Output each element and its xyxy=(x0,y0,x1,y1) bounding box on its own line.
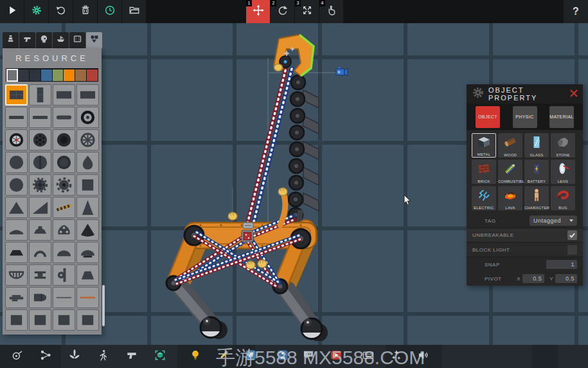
sound-button[interactable] xyxy=(416,349,431,363)
material-combustible[interactable]: COMBUSTIBLE xyxy=(498,160,522,184)
resource-item-square[interactable] xyxy=(76,174,99,196)
pivot-x-input[interactable]: 0.5 xyxy=(522,274,544,283)
resource-item-half-dome[interactable] xyxy=(53,242,75,263)
material-character[interactable]: CHARACTER xyxy=(524,186,549,210)
block-light-checkbox[interactable] xyxy=(567,245,577,255)
resource-item-arch[interactable] xyxy=(29,242,51,263)
resource-item-step-plate[interactable] xyxy=(5,287,28,308)
resource-item-plank[interactable] xyxy=(29,107,51,128)
color-swatch-4[interactable] xyxy=(53,69,64,81)
color-swatch-1[interactable] xyxy=(18,69,29,81)
pivot-y-input[interactable]: 0.5 xyxy=(555,274,577,283)
resource-item-tire[interactable] xyxy=(76,107,99,128)
resource-item-grill-dome[interactable] xyxy=(5,264,28,286)
resource-item-trapezoid[interactable] xyxy=(5,242,28,263)
color-swatch-2[interactable] xyxy=(30,69,40,81)
resource-item-tall-triangle[interactable] xyxy=(76,197,99,218)
color-swatch-3[interactable] xyxy=(41,69,52,81)
resource-item-box[interactable] xyxy=(53,309,75,331)
light-button[interactable] xyxy=(188,349,202,363)
resource-item-wagon-wheel[interactable] xyxy=(76,129,99,151)
material-bug[interactable]: BUG xyxy=(551,186,575,210)
resource-item-dark-circle[interactable] xyxy=(53,152,75,173)
resource-item-alloy-wheel[interactable] xyxy=(5,129,28,151)
character-test-button[interactable] xyxy=(96,349,110,363)
resource-item-key-plate[interactable] xyxy=(53,264,75,286)
material-brick[interactable]: BRICK xyxy=(472,160,496,184)
resource-item-bolt-plate[interactable] xyxy=(53,219,75,241)
resource-item-right-triangle[interactable] xyxy=(29,197,51,218)
resource-item-gear-wheel[interactable] xyxy=(29,174,51,196)
resource-item-pill-plank[interactable] xyxy=(53,107,75,128)
weapon-button[interactable] xyxy=(125,349,139,363)
close-icon[interactable] xyxy=(570,88,578,100)
rotate-tool[interactable]: 2 xyxy=(271,0,294,23)
resource-item-ridge-dome[interactable] xyxy=(29,219,51,241)
effects-button[interactable] xyxy=(389,349,404,363)
resource-item-saw-blade[interactable] xyxy=(53,174,75,196)
color-swatch-0[interactable] xyxy=(7,69,18,81)
history-button[interactable] xyxy=(98,0,121,23)
resource-item-triangle[interactable] xyxy=(5,197,28,218)
move-tool[interactable]: 1 xyxy=(246,0,270,23)
workshop-button[interactable] xyxy=(276,349,290,363)
scale-tool[interactable]: 3 xyxy=(295,0,319,23)
resource-item-holed-wheel[interactable] xyxy=(29,129,51,151)
category-tab-parts[interactable] xyxy=(86,32,102,48)
material-metal[interactable]: METAL xyxy=(472,133,496,158)
snap-input[interactable]: 1 xyxy=(546,260,577,269)
resource-item-orange-rod[interactable] xyxy=(76,287,99,308)
resource-item-circle[interactable] xyxy=(5,174,28,196)
property-tab-material[interactable]: MATERIAL xyxy=(549,106,574,128)
construction-machine[interactable] xyxy=(154,32,360,344)
settings-button[interactable] xyxy=(24,0,48,23)
resource-item-cap-dome[interactable] xyxy=(76,242,99,263)
category-tab-vehicles[interactable] xyxy=(53,32,69,48)
material-lava[interactable]: LAVA xyxy=(498,186,522,210)
material-electric[interactable]: ELECTRIC xyxy=(472,186,496,210)
resource-item-round-triangle[interactable] xyxy=(76,219,99,241)
propeller-button[interactable] xyxy=(67,349,82,363)
resource-item-box[interactable] xyxy=(76,309,99,331)
property-tab-physic[interactable]: PHYSIC xyxy=(513,106,537,128)
videos-button[interactable] xyxy=(329,349,343,363)
resource-item-thin-rod[interactable] xyxy=(53,287,75,308)
color-swatch-7[interactable] xyxy=(87,69,98,81)
resource-item-i-beam[interactable] xyxy=(29,264,51,286)
resource-item-metal-box[interactable] xyxy=(5,84,28,106)
resource-item-box[interactable] xyxy=(5,309,28,331)
unbreakable-checkbox[interactable] xyxy=(567,230,577,240)
paint-button[interactable] xyxy=(217,349,231,363)
category-tab-clips[interactable] xyxy=(69,32,85,48)
delete-button[interactable] xyxy=(73,0,97,23)
drag-tool[interactable]: 4 xyxy=(319,0,343,23)
play-button[interactable] xyxy=(0,0,24,23)
load-button[interactable] xyxy=(122,0,146,23)
resource-item-teardrop[interactable] xyxy=(76,152,99,173)
tag-dropdown[interactable]: Untagged xyxy=(530,216,577,226)
resource-item-low-dome[interactable] xyxy=(5,219,28,241)
resource-item-box[interactable] xyxy=(29,309,51,331)
resource-item-wedge[interactable] xyxy=(76,264,99,286)
resource-item-plate[interactable] xyxy=(76,84,99,106)
mechanism-button[interactable] xyxy=(10,349,24,363)
resource-item-split-circle[interactable] xyxy=(29,152,51,173)
chat-button[interactable] xyxy=(301,349,316,363)
node-graph-button[interactable] xyxy=(39,349,53,363)
resource-item-plank[interactable] xyxy=(5,107,28,128)
color-swatch-5[interactable] xyxy=(64,69,75,81)
resource-scrollbar[interactable] xyxy=(102,285,105,326)
controls-button[interactable] xyxy=(361,349,375,363)
material-glass[interactable]: GLASS xyxy=(524,133,549,158)
undo-button[interactable] xyxy=(49,0,73,23)
material-battery[interactable]: BATTERY xyxy=(524,160,549,184)
category-tab-weapons[interactable] xyxy=(19,32,35,48)
resource-item-bullet[interactable] xyxy=(29,287,51,308)
category-tab-heads[interactable] xyxy=(36,32,52,48)
material-stone[interactable]: STONE xyxy=(551,133,575,158)
material-lens[interactable]: LENS xyxy=(551,160,575,184)
resource-item-dark-wheel[interactable] xyxy=(53,129,75,151)
category-tab-figures[interactable] xyxy=(3,32,19,48)
resource-item-circle[interactable] xyxy=(5,152,28,173)
resource-item-hazard-ramp[interactable] xyxy=(53,197,75,218)
